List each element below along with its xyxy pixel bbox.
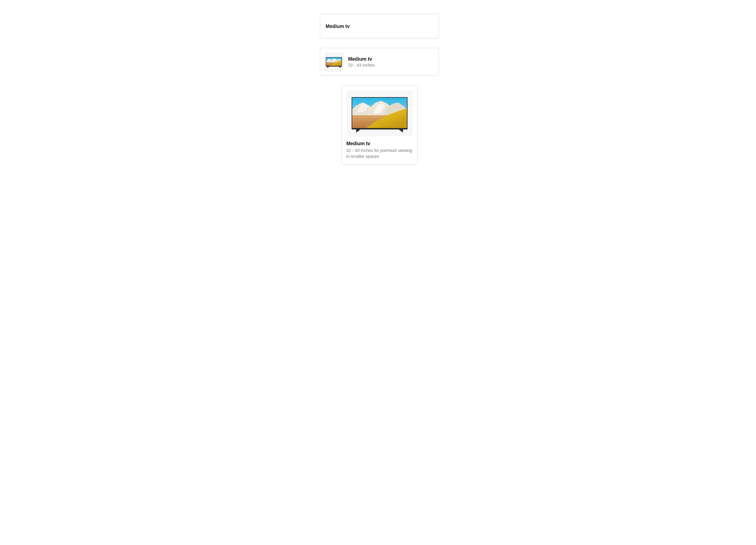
option-title: Medium tv: [346, 141, 413, 146]
tv-icon: [326, 57, 342, 67]
option-image: [346, 90, 413, 136]
option-title: Medium tv: [326, 23, 350, 29]
tv-icon: [352, 97, 408, 129]
option-subtitle: 32 - 43 inches: [348, 63, 375, 68]
option-card-with-thumb[interactable]: Medium tv 32 - 43 inches: [320, 48, 439, 76]
option-card-detailed[interactable]: Medium tv 32 - 43 inches for premium vie…: [341, 85, 418, 165]
option-card-simple[interactable]: Medium tv: [320, 14, 439, 38]
option-description: 32 - 43 inches for premium viewing in sm…: [346, 147, 413, 159]
option-title: Medium tv: [348, 56, 375, 62]
option-thumbnail: [324, 52, 344, 72]
